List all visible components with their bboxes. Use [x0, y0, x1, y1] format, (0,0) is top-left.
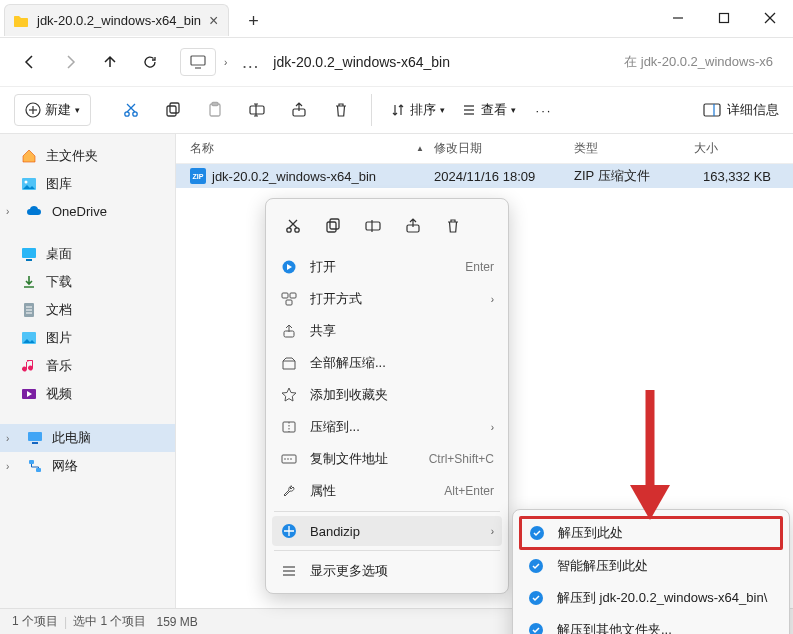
- sidebar-item-downloads[interactable]: 下载: [0, 268, 175, 296]
- search-box[interactable]: 在 jdk-20.0.2_windows-x6: [616, 53, 781, 71]
- sort-button[interactable]: 排序 ▾: [384, 94, 451, 126]
- status-size: 159 MB: [156, 615, 197, 629]
- new-tab-button[interactable]: +: [239, 7, 267, 35]
- sidebar-item-music[interactable]: 音乐: [0, 352, 175, 380]
- sidebar-item-videos[interactable]: 视频: [0, 380, 175, 408]
- svg-point-66: [529, 623, 543, 634]
- ctx-bandizip[interactable]: Bandizip›: [272, 516, 502, 546]
- bandizip-icon: [527, 558, 545, 574]
- close-window-button[interactable]: [747, 0, 793, 36]
- pictures-icon: [20, 330, 38, 346]
- back-button[interactable]: [12, 44, 48, 80]
- close-tab-icon[interactable]: ×: [209, 12, 218, 30]
- chevron-down-icon: ▾: [511, 105, 516, 115]
- view-button[interactable]: 查看 ▾: [455, 94, 522, 126]
- chevron-right-icon: ›: [6, 206, 18, 217]
- svg-rect-43: [327, 222, 336, 232]
- ctx-cut-button[interactable]: [274, 209, 312, 243]
- status-items: 1 个项目: [12, 613, 58, 630]
- svg-rect-13: [167, 106, 176, 116]
- svg-rect-49: [282, 293, 288, 298]
- svg-rect-50: [290, 293, 296, 298]
- col-type[interactable]: 类型: [574, 140, 694, 157]
- monitor-icon: [180, 48, 216, 76]
- svg-rect-23: [704, 104, 720, 116]
- sidebar-item-home[interactable]: 主文件夹: [0, 142, 175, 170]
- new-button[interactable]: 新建 ▾: [14, 94, 91, 126]
- path-segment[interactable]: jdk-20.0.2_windows-x64_bin: [273, 54, 450, 70]
- forward-button[interactable]: [52, 44, 88, 80]
- submenu-smart-extract[interactable]: 智能解压到此处: [519, 550, 783, 582]
- ctx-delete-button[interactable]: [434, 209, 472, 243]
- sidebar-item-onedrive[interactable]: ›OneDrive: [0, 198, 175, 224]
- refresh-button[interactable]: [132, 44, 168, 80]
- more-button[interactable]: ···: [526, 94, 562, 126]
- submenu-extract-other[interactable]: 解压到其他文件夹...: [519, 614, 783, 634]
- extract-icon: [280, 356, 298, 370]
- ctx-open[interactable]: 打开Enter: [272, 251, 502, 283]
- ctx-extract-all[interactable]: 全部解压缩...: [272, 347, 502, 379]
- sidebar-item-desktop[interactable]: 桌面: [0, 240, 175, 268]
- ctx-copy-path[interactable]: 复制文件地址Ctrl+Shift+C: [272, 443, 502, 475]
- home-icon: [20, 148, 38, 164]
- col-date[interactable]: 修改日期: [434, 140, 574, 157]
- svg-point-57: [287, 458, 289, 460]
- bandizip-icon: [528, 525, 546, 541]
- submenu-extract-here[interactable]: 解压到此处: [519, 516, 783, 550]
- folder-icon: [13, 14, 29, 28]
- wrench-icon: [280, 483, 298, 499]
- ctx-share-button[interactable]: [394, 209, 432, 243]
- ctx-rename-button[interactable]: [354, 209, 392, 243]
- path-overflow-icon[interactable]: …: [235, 52, 265, 73]
- tab-title: jdk-20.0.2_windows-x64_bin: [37, 13, 201, 28]
- download-icon: [20, 274, 38, 290]
- more-icon: [280, 564, 298, 578]
- delete-button[interactable]: [323, 94, 359, 126]
- bandizip-icon: [527, 590, 545, 606]
- ctx-copy-button[interactable]: [314, 209, 352, 243]
- ctx-properties[interactable]: 属性Alt+Enter: [272, 475, 502, 507]
- compress-icon: [280, 420, 298, 434]
- column-headers[interactable]: 名称▲ 修改日期 类型 大小: [176, 134, 793, 164]
- col-size[interactable]: 大小: [694, 140, 793, 157]
- sidebar-item-documents[interactable]: 文档: [0, 296, 175, 324]
- file-size: 163,332 KB: [694, 169, 793, 184]
- svg-rect-17: [250, 106, 264, 114]
- file-row[interactable]: ZIP jdk-20.0.2_windows-x64_bin 2024/11/1…: [176, 164, 793, 188]
- minimize-button[interactable]: [655, 0, 701, 36]
- paste-button[interactable]: [197, 94, 233, 126]
- sidebar: 主文件夹 图库 ›OneDrive 桌面 下载 文档 图片 音乐 视频 ›此电脑…: [0, 134, 176, 608]
- svg-point-9: [125, 112, 129, 116]
- ctx-open-with[interactable]: 打开方式›: [272, 283, 502, 315]
- sidebar-item-pictures[interactable]: 图片: [0, 324, 175, 352]
- cut-button[interactable]: [113, 94, 149, 126]
- sidebar-item-network[interactable]: ›网络: [0, 452, 175, 480]
- chevron-right-icon: ›: [491, 422, 494, 433]
- address-bar[interactable]: › … jdk-20.0.2_windows-x64_bin: [180, 48, 612, 76]
- ctx-share[interactable]: 共享: [272, 315, 502, 347]
- open-icon: [280, 259, 298, 275]
- ctx-add-favorite[interactable]: 添加到收藏夹: [272, 379, 502, 411]
- svg-rect-51: [286, 300, 292, 305]
- ctx-show-more[interactable]: 显示更多选项: [272, 555, 502, 587]
- document-icon: [20, 302, 38, 318]
- sidebar-item-gallery[interactable]: 图库: [0, 170, 175, 198]
- music-icon: [20, 358, 38, 374]
- chevron-right-icon: ›: [6, 433, 18, 444]
- chevron-right-icon: ›: [491, 526, 494, 537]
- maximize-button[interactable]: [701, 0, 747, 36]
- copy-button[interactable]: [155, 94, 191, 126]
- svg-rect-27: [22, 248, 36, 258]
- chevron-right-icon: ›: [224, 57, 227, 68]
- ctx-compress[interactable]: 压缩到...›: [272, 411, 502, 443]
- share-button[interactable]: [281, 94, 317, 126]
- up-button[interactable]: [92, 44, 128, 80]
- desktop-icon: [20, 246, 38, 262]
- submenu-extract-to-folder[interactable]: 解压到 jdk-20.0.2_windows-x64_bin\: [519, 582, 783, 614]
- rename-button[interactable]: [239, 94, 275, 126]
- details-pane-button[interactable]: 详细信息: [703, 101, 779, 119]
- sidebar-item-this-pc[interactable]: ›此电脑: [0, 424, 175, 452]
- browser-tab[interactable]: jdk-20.0.2_windows-x64_bin ×: [4, 4, 229, 36]
- view-label: 查看: [481, 101, 507, 119]
- svg-rect-35: [28, 432, 42, 441]
